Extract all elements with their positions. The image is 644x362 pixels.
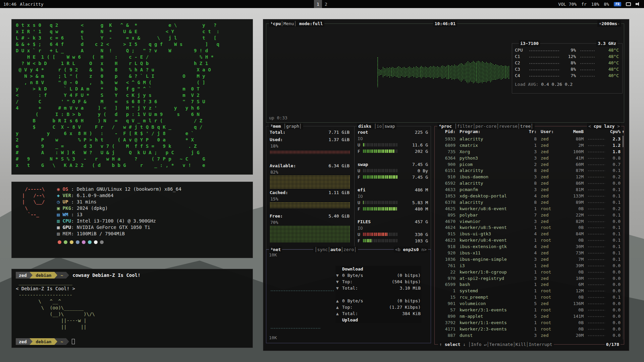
proc-row[interactable]: 5933alacritty8zed88M2.3	[435, 136, 622, 142]
proc-row[interactable]: 895polybar7zed22M0.1	[435, 212, 622, 218]
download-stat-row: ▼Total:3.10 MiB	[336, 285, 421, 291]
proc-cpu-mini-graph	[588, 138, 605, 140]
cowsay-terminal-window[interactable]: zeddebian~cowsay Debian-Z Is Cool! _____…	[11, 269, 253, 348]
proc-row[interactable]: 6809cmatrix1zed2M1.2	[435, 142, 622, 148]
mem-tab-graph[interactable]: graph	[286, 123, 299, 129]
proc-row[interactable]: 970at-spi2-registryd3zed10M0.0	[435, 275, 622, 282]
proc-cpu-mini-graph	[588, 290, 605, 292]
workspace-1[interactable]: 1	[314, 0, 322, 8]
proc-row[interactable]: 4670viewnior3zed82M0.0	[435, 218, 622, 225]
net-stats-panel: Download ▼0 Byte/s(0 bitps)▼Top:(504 bit…	[335, 266, 421, 323]
proc-cpu-mini-graph	[588, 145, 605, 146]
cpu-usage-graph	[377, 54, 510, 90]
proc-row[interactable]: 3792kworker/1:1-events1root0B0.0	[435, 319, 622, 326]
terminate-button[interactable]: Terminate	[489, 341, 513, 348]
select-button[interactable]	[442, 341, 445, 348]
net-tab-sync[interactable]: sync	[317, 246, 328, 253]
proc-row[interactable]: 22kworker/1:0-cgroup1root0B0.0	[435, 269, 622, 275]
proc-row[interactable]: 4633pcmanfm3zed81M0.1	[435, 186, 622, 193]
disk-name: swap	[358, 161, 368, 168]
proc-row[interactable]: 4625kworker/u8:6-event1root0B0.2	[435, 205, 622, 212]
proc-row[interactable]: 4624kworker/u8:5-event1root0B0.1	[435, 224, 622, 231]
keyboard-layout-text[interactable]: fr	[581, 2, 587, 7]
proc-row[interactable]: 900picom2zed60M0.7	[435, 161, 622, 168]
core-temp-meter	[580, 63, 595, 65]
clock: 10:46	[3, 2, 16, 7]
proc-sort-selector[interactable]: < cpu lazy >	[587, 123, 621, 129]
proc-cpu-mini-graph	[588, 316, 605, 317]
shell-prompt: zeddebian~	[16, 338, 75, 345]
proc-scrollbar-thumb[interactable]	[623, 136, 624, 147]
proc-row[interactable]: 901volumeicon5zed136M0.0	[435, 300, 622, 307]
interval-increase-button[interactable]: +	[599, 20, 601, 27]
core-row: C38%48°C	[512, 66, 622, 72]
proc-tab-per-core[interactable]: per-core	[476, 123, 497, 129]
proc-row[interactable]: 6364python33zed41M0.8	[435, 155, 622, 161]
net-tab-zero[interactable]: zero	[343, 246, 354, 253]
clock-readout: 10:46:01	[435, 20, 456, 27]
kill-button[interactable]: Kill	[516, 341, 526, 348]
select-label[interactable]: select	[445, 341, 461, 348]
workspace-2[interactable]: 2	[322, 0, 330, 8]
tab-mem[interactable]: ²mem	[270, 123, 281, 129]
proc-tab-filter[interactable]: filter	[457, 123, 473, 129]
net-tab-auto[interactable]: auto	[330, 246, 341, 253]
speaker-icon[interactable]	[636, 2, 641, 6]
proc-cpu-mini-graph	[588, 303, 605, 305]
fetch-terminal-window[interactable]: /-----\ | /--\ | \__/ \ `--_ ◉ OS : Debi…	[11, 182, 253, 258]
net-interface-selector[interactable]: <b enp2s0 n>	[394, 246, 428, 253]
proc-row[interactable]: 6592alacritty8zed86M0.0	[435, 180, 622, 186]
command-text: cowsay Debian-Z Is Cool!	[72, 272, 140, 279]
proc-row[interactable]: 918ibus-extension-gtk4zed30M0.1	[435, 243, 622, 250]
mode-selector[interactable]: mode:full	[299, 20, 323, 27]
proc-row[interactable]: 6378alacritty8zed89M0.1	[435, 199, 622, 205]
interval-decrease-button[interactable]: -	[617, 20, 620, 27]
tab-cpu[interactable]: ¹cpu	[270, 20, 281, 27]
proc-row[interactable]: 735Xorg3zed100M1.8	[435, 148, 622, 155]
proc-row[interactable]: 920ibus-x114zed73M0.1	[435, 250, 622, 256]
proc-cpu-mini-graph	[588, 170, 605, 172]
proc-row[interactable]: 887dunst3zed20M0.0	[435, 332, 622, 339]
proc-row[interactable]: 1036ibus-engine-simple3zed7M0.1	[435, 256, 622, 262]
system-info-list: ◉ OS : Debian GNU/Linux 12 (bookworm) x8…	[57, 186, 181, 237]
refresh-interval-control: +2000ms-	[597, 20, 621, 27]
proc-cpu-mini-graph	[588, 227, 605, 229]
system-info-line: ▥ CPU: Intel i3-7100 (4) @ 3.900GHz	[57, 218, 181, 224]
disk-name: root	[358, 129, 368, 135]
core-usage-meter	[529, 69, 560, 71]
keyboard-layout-badge[interactable]: FR	[614, 2, 621, 6]
tab-net[interactable]: ³net	[270, 246, 281, 253]
info-button[interactable]: Info ↵	[471, 341, 487, 348]
proc-row[interactable]: 4171kworker/2:3-events1root0B0.0	[435, 326, 622, 332]
proc-row[interactable]: 4623kworker/u8:4-event1root0B0.1	[435, 237, 622, 243]
mem-row-percent: 15%	[270, 196, 278, 202]
menu-button[interactable]: Menu	[283, 20, 294, 27]
system-info-line: ▤ WM : i3	[57, 212, 181, 218]
core-temp-meter	[580, 75, 595, 77]
volume-indicator[interactable]: VOL 70%	[558, 2, 577, 7]
disks-tab-io[interactable]: io	[377, 123, 382, 129]
interrupt-button[interactable]: Interrupt	[529, 341, 552, 348]
proc-row[interactable]: 1systemd1root12M0.0	[435, 288, 622, 294]
proc-row[interactable]: 6599bash1zed6M0.0	[435, 281, 622, 288]
ram-usage-indicator: 8%	[604, 2, 609, 7]
proc-row[interactable]: 15rcu_preempt1root0B0.1	[435, 294, 622, 300]
proc-row[interactable]: 890nm-applet5zed141M0.0	[435, 313, 622, 319]
proc-scrollbar[interactable]	[623, 136, 624, 340]
disks-tab-swap[interactable]: swap	[384, 123, 395, 129]
display-icon[interactable]	[626, 2, 631, 6]
proc-row[interactable]: 910ibus-daemon3zed12M0.2	[435, 174, 622, 180]
system-monitor-window[interactable]: ¹cpu│Menu│ mode:full 10:46:01 +2000ms- i…	[263, 19, 629, 351]
proc-row[interactable]: 915ibus-ui-gtk34zed84M0.1	[435, 231, 622, 237]
proc-row[interactable]: 57kworker/3:1-events1root0B0.0	[435, 307, 622, 313]
proc-row[interactable]: 6151alacritty8zed87M0.1	[435, 167, 622, 174]
proc-row[interactable]: 1053xdg-desktop-portal4zed133M0.1	[435, 193, 622, 199]
mem-usage-graph	[270, 226, 350, 242]
proc-row[interactable]: 761i31zed39M0.0	[435, 262, 622, 269]
matrix-terminal-window[interactable]: 0 t x s 0 q 2 < g K ^ & * e \ y ? x I R …	[11, 19, 253, 175]
powerline-arrow-icon	[30, 272, 33, 279]
proc-tab-tree[interactable]: tree	[520, 123, 531, 129]
proc-tab-reverse[interactable]: reverse	[499, 123, 518, 129]
tab-proc[interactable]: ⁴proc	[439, 123, 452, 129]
core-usage-meter	[529, 56, 560, 58]
